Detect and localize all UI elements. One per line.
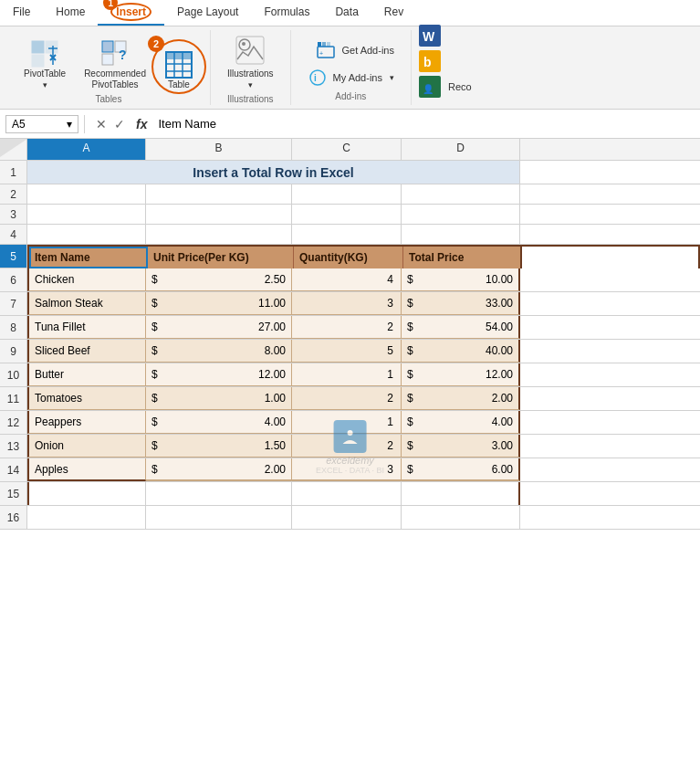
cell-b8[interactable]: $ 27.00 <box>146 316 292 339</box>
cell-d7[interactable]: $ 33.00 <box>402 292 520 315</box>
cell-d3[interactable] <box>402 205 520 224</box>
col-header-a[interactable]: A <box>27 139 146 160</box>
row-header-15[interactable]: 15 <box>0 482 27 506</box>
cell-d10[interactable]: $ 12.00 <box>402 363 520 386</box>
cell-a14[interactable]: Apples <box>27 458 146 481</box>
cell-d6[interactable]: $ 10.00 <box>402 268 520 291</box>
row-header-6[interactable]: 6 <box>0 268 27 292</box>
cell-c11[interactable]: 2 <box>292 387 402 410</box>
cancel-icon[interactable]: ✕ <box>96 117 107 132</box>
row-header-14[interactable]: 14 <box>0 458 27 482</box>
cell-a9[interactable]: Sliced Beef <box>27 340 146 363</box>
cell-a8[interactable]: Tuna Fillet <box>27 316 146 339</box>
row-header-7[interactable]: 7 <box>0 292 27 316</box>
cell-b2[interactable] <box>146 184 292 204</box>
cell-d12[interactable]: $ 4.00 <box>402 411 520 434</box>
cell-d15[interactable] <box>402 482 520 505</box>
col-header-d[interactable]: D <box>402 139 520 160</box>
cell-c15[interactable] <box>292 482 402 505</box>
cell-b13[interactable]: $ 1.50 <box>146 435 292 458</box>
cell-d2[interactable] <box>402 184 520 204</box>
row-header-8[interactable]: 8 <box>0 316 27 340</box>
cell-b3[interactable] <box>146 205 292 224</box>
row-2 <box>27 184 700 205</box>
cell-c7[interactable]: 3 <box>292 292 402 315</box>
cell-a5[interactable]: Item Name <box>29 247 148 268</box>
tab-data[interactable]: Data <box>322 0 371 26</box>
cell-a3[interactable] <box>27 205 146 224</box>
cell-b6[interactable]: $ 2.50 <box>146 268 292 291</box>
row-header-9[interactable]: 9 <box>0 340 27 363</box>
cell-d11[interactable]: $ 2.00 <box>402 387 520 410</box>
cell-c9[interactable]: 5 <box>292 340 402 363</box>
title-cell[interactable]: Insert a Total Row in Excel <box>27 161 520 184</box>
cell-d5[interactable]: Total Price <box>403 247 522 268</box>
row-header-10[interactable]: 10 <box>0 363 27 387</box>
cell-d16[interactable] <box>402 506 520 529</box>
tab-home[interactable]: Home <box>43 0 98 26</box>
cell-ref-dropdown[interactable]: ▾ <box>67 118 72 131</box>
recommended-pivottables-label: RecommendedPivotTables <box>84 68 146 90</box>
table-button[interactable]: 2 Table <box>159 47 199 94</box>
column-headers: A B C D <box>0 139 700 161</box>
row-header-12[interactable]: 12 <box>0 411 27 435</box>
col-header-c[interactable]: C <box>292 139 402 160</box>
row-header-2[interactable]: 2 <box>0 184 27 205</box>
tab-formulas[interactable]: Formulas <box>251 0 322 26</box>
cell-c8[interactable]: 2 <box>292 316 402 339</box>
cell-b7[interactable]: $ 11.00 <box>146 292 292 315</box>
confirm-icon[interactable]: ✓ <box>114 117 125 132</box>
cell-a4[interactable] <box>27 225 146 244</box>
recommended-pivottables-button[interactable]: ? RecommendedPivotTables <box>78 36 151 94</box>
cell-a2[interactable] <box>27 184 146 204</box>
cell-a7[interactable]: Salmon Steak <box>27 292 146 315</box>
tab-review[interactable]: Rev <box>371 0 416 26</box>
cell-d8[interactable]: $ 54.00 <box>402 316 520 339</box>
tab-insert[interactable]: 1 Insert <box>98 0 164 26</box>
cell-c4[interactable] <box>292 225 402 244</box>
cell-c5[interactable]: Quantity(KG) <box>294 247 403 268</box>
row-header-13[interactable]: 13 <box>0 435 27 458</box>
cell-d13[interactable]: $ 3.00 <box>402 435 520 458</box>
cell-c16[interactable] <box>292 506 402 529</box>
pivottable-button[interactable]: PivotTable▾ <box>18 36 71 94</box>
row-10: Butter $ 12.00 1 $ 12.00 <box>27 363 700 387</box>
cell-a15[interactable] <box>27 482 146 505</box>
cell-b4[interactable] <box>146 225 292 244</box>
cell-a16[interactable] <box>27 506 146 529</box>
cell-b10[interactable]: $ 12.00 <box>146 363 292 386</box>
cell-b14[interactable]: $ 2.00 <box>146 458 292 481</box>
cell-b9[interactable]: $ 8.00 <box>146 340 292 363</box>
cell-reference-box[interactable]: A5 ▾ <box>5 115 78 133</box>
my-addins-button[interactable]: i My Add-ins ▾ <box>302 66 400 89</box>
col-header-b[interactable]: B <box>146 139 292 160</box>
cell-a12[interactable]: Peappers <box>27 411 146 434</box>
cell-d9[interactable]: $ 40.00 <box>402 340 520 363</box>
tab-page-layout[interactable]: Page Layout <box>164 0 251 26</box>
cell-c6[interactable]: 4 <box>292 268 402 291</box>
cell-b11[interactable]: $ 1.00 <box>146 387 292 410</box>
get-addins-button[interactable]: + Get Add-ins <box>310 38 399 62</box>
cell-a6[interactable]: Chicken <box>27 268 146 291</box>
cell-d14[interactable]: $ 6.00 <box>402 458 520 481</box>
row-header-3[interactable]: 3 <box>0 205 27 225</box>
row-header-4[interactable]: 4 <box>0 225 27 245</box>
formula-input[interactable]: Item Name <box>152 117 695 131</box>
cell-c3[interactable] <box>292 205 402 224</box>
cell-a13[interactable]: Onion <box>27 435 146 458</box>
cell-b15[interactable] <box>146 482 292 505</box>
cell-b12[interactable]: $ 4.00 <box>146 411 292 434</box>
row-header-1[interactable]: 1 <box>0 161 27 184</box>
row-header-5[interactable]: 5 <box>0 245 27 268</box>
cell-d4[interactable] <box>402 225 520 244</box>
tab-file[interactable]: File <box>0 0 43 26</box>
cell-c10[interactable]: 1 <box>292 363 402 386</box>
cell-a11[interactable]: Tomatoes <box>27 387 146 410</box>
row-header-16[interactable]: 16 <box>0 506 27 530</box>
cell-a10[interactable]: Butter <box>27 363 146 386</box>
cell-b5[interactable]: Unit Price(Per KG) <box>148 247 294 268</box>
cell-c2[interactable] <box>292 184 402 204</box>
row-header-11[interactable]: 11 <box>0 387 27 411</box>
cell-b16[interactable] <box>146 506 292 529</box>
illustrations-button[interactable]: Illustrations▾ <box>222 36 279 94</box>
